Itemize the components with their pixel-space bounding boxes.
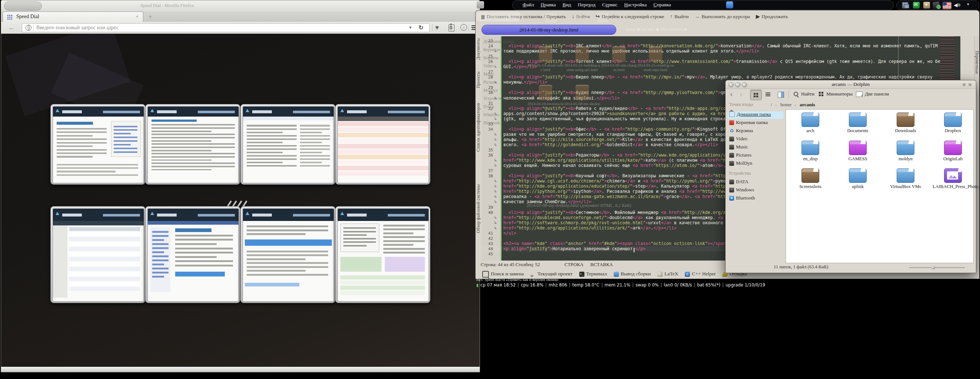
toolbar-step-out-icon[interactable]: ↑Выйти: [670, 11, 689, 22]
menu-Сервис[interactable]: Сервис: [602, 1, 618, 9]
place-Video[interactable]: Video: [728, 136, 748, 143]
icons-view-button[interactable]: [750, 90, 762, 100]
find-button[interactable]: Найти: [801, 91, 815, 97]
zoom-slider[interactable]: [909, 267, 965, 268]
place-MolDyn[interactable]: MolDyn: [728, 160, 752, 168]
tool-project-icon[interactable]: ≡Текущий проект: [530, 270, 572, 278]
address-bar[interactable]: ▾ ↻: [22, 23, 430, 32]
dial-thumbnail-aur-home[interactable]: [145, 206, 240, 303]
breadcrumb-home[interactable]: home: [780, 102, 791, 108]
window-menu-pill[interactable]: [4, 2, 42, 11]
forward-icon[interactable]: ›: [740, 89, 743, 99]
tool-build-output-icon[interactable]: Вывод сборки: [614, 270, 651, 278]
place-Bluetooth[interactable]: BBluetooth: [728, 195, 755, 203]
keyboard-us-flag[interactable]: [943, 2, 951, 9]
download-icon[interactable]: ↓: [460, 24, 467, 31]
toolbar-run-to-cursor-icon[interactable]: →Выполнить до курсора: [695, 11, 750, 22]
drive-icon: [729, 179, 734, 184]
place-DATA[interactable]: DATA: [728, 179, 749, 186]
toolview-tab-1[interactable]: Проекты: [476, 71, 482, 88]
menu-Справка[interactable]: Справка: [653, 1, 671, 9]
breadcrumb-arcanis[interactable]: arcanis: [800, 102, 815, 108]
dial-thumbnail-arch-bugtracker[interactable]: [335, 104, 430, 185]
screenshot-icon[interactable]: [932, 2, 940, 9]
toolbar-continue-icon[interactable]: ▶Продолжить: [756, 11, 788, 22]
tab-speed-dial[interactable]: Speed Dial ×: [3, 11, 143, 22]
toolview-tab-2[interactable]: Список идентификаторов: [476, 103, 482, 152]
browser-titlebar[interactable]: Speed Dial - Mozilla Firefox: [1, 0, 480, 11]
file-uplink[interactable]: uplink: [837, 168, 878, 189]
tab-close-icon[interactable]: ×: [136, 14, 138, 20]
file-VirtualBox VMs[interactable]: VirtualBox VMs: [885, 168, 926, 189]
place-Music[interactable]: Music: [728, 144, 748, 151]
file-Dropbox[interactable]: Dropbox: [932, 113, 973, 133]
menu-Правка[interactable]: Правка: [541, 1, 556, 9]
back-icon[interactable]: ←: [8, 24, 15, 32]
mock-line: [247, 266, 329, 268]
file-Documents[interactable]: Documents: [837, 113, 878, 133]
address-input[interactable]: [35, 24, 371, 32]
file-label: arch: [790, 128, 831, 133]
new-tab-button[interactable]: +: [148, 13, 154, 19]
dial-thumbnail-arch-wiki[interactable]: [240, 104, 336, 185]
mock-rect: [245, 239, 332, 246]
ghost-breadcrumb: home ▸ arcanis ▸ Documents ▸: [625, 26, 687, 32]
file-Downloads[interactable]: Downloads: [885, 113, 926, 133]
tool-cpp-helper-icon[interactable]: CC++ Helper: [685, 270, 716, 278]
toolview-tab-3[interactable]: Обзор файловой системы: [476, 184, 482, 233]
place-Pictures[interactable]: Pictures: [728, 152, 751, 160]
mail-icon[interactable]: [913, 2, 920, 8]
code-text: всего. <a href="http://goldendict.org/">…: [503, 142, 718, 147]
place-Домашняя папка[interactable]: Домашняя папка: [728, 111, 783, 119]
tool-terminal-icon[interactable]: >_Терминал: [579, 270, 607, 278]
panel-blue-icon[interactable]: [726, 1, 733, 8]
dial-screen: [52, 208, 144, 302]
compact-view-button[interactable]: [775, 90, 786, 100]
volume-icon[interactable]: [954, 2, 960, 8]
file-moldyn[interactable]: moldyn: [885, 141, 926, 162]
panel-launcher-icon[interactable]: [477, 1, 484, 8]
folder-view[interactable]: archDocumentsDownloadsDropboxen_dispGAME…: [786, 109, 974, 263]
drive-icon: [729, 136, 734, 141]
dropdown-icon[interactable]: ▾: [409, 25, 412, 30]
image-file-icon: [944, 168, 962, 183]
dial-thumbnail-arch-home[interactable]: [50, 104, 146, 185]
thumbnails-button[interactable]: Миниатюры: [826, 91, 853, 97]
menu-Переход[interactable]: Переход: [578, 1, 595, 9]
dolphin-titlebar[interactable]: arcanis — Dolphin: [725, 80, 976, 89]
tool-search-icon[interactable]: Поиск и замена: [482, 270, 524, 278]
tool-latex-icon[interactable]: LaTeX: [657, 270, 678, 278]
mock-line: [114, 140, 137, 142]
dial-thumbnail-arch-news[interactable]: [145, 104, 240, 185]
wand-icon[interactable]: [923, 2, 930, 8]
back-icon[interactable]: ‹: [730, 89, 733, 99]
file-Screenshots[interactable]: Screenshots: [790, 168, 831, 189]
tab-2014-05-08-my-desktop[interactable]: 2014-05-08-my-desktop.html: [482, 25, 616, 35]
window-button-icon[interactable]: [963, 83, 966, 86]
menu-Файл[interactable]: Файл: [523, 1, 534, 9]
reload-icon[interactable]: ↻: [418, 24, 423, 31]
two-panels-button[interactable]: Две панели: [865, 91, 889, 97]
dial-thumbnail-arch-packages[interactable]: [50, 206, 146, 303]
file-arch[interactable]: arch: [790, 113, 831, 133]
file-OriginLab[interactable]: OriginLab: [932, 141, 973, 162]
place-Корзина[interactable]: ♻Корзина: [728, 128, 753, 135]
breadcrumb-root[interactable]: /: [771, 102, 772, 108]
tool-label: C++ Helper: [692, 271, 716, 276]
bookmark-heart-icon[interactable]: ♥: [435, 24, 439, 32]
menu-Вид[interactable]: Вид: [563, 1, 571, 9]
dial-thumbnail-wiki-applications[interactable]: [335, 206, 430, 303]
details-view-button[interactable]: [763, 90, 774, 100]
network-icon[interactable]: [902, 2, 908, 8]
toolview-tab-0[interactable]: Документы: [476, 38, 482, 60]
window-button-icon[interactable]: [969, 83, 972, 86]
chevron-down-icon[interactable]: ▾: [967, 2, 974, 8]
place-Корневая папка[interactable]: Корневая папка: [728, 119, 768, 127]
clipboard-icon[interactable]: [449, 24, 455, 32]
file-LAIBACH_Press_Photo_2011.jpg[interactable]: LAIBACH_Press_Photo_2011.jpg: [932, 168, 973, 189]
place-Windows[interactable]: 7Windows: [728, 187, 754, 194]
menu-Настройка[interactable]: Настройка: [624, 1, 647, 9]
file-en_disp[interactable]: en_disp: [790, 141, 831, 162]
file-GAMESS[interactable]: GAMESS: [837, 141, 878, 162]
dial-thumbnail-wiki-main[interactable]: [240, 206, 336, 303]
